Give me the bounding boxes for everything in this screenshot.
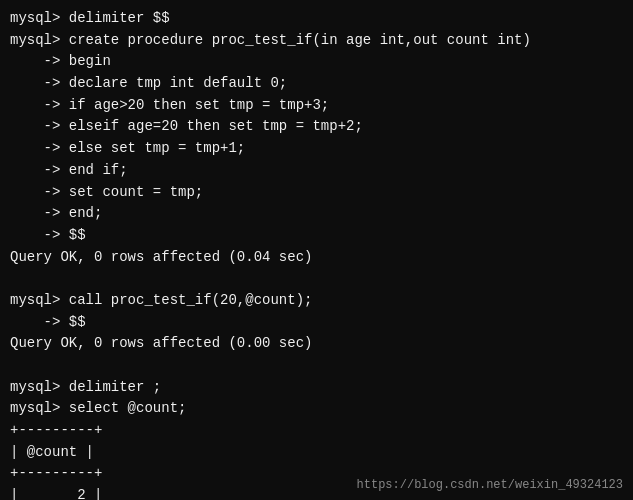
empty-line-1 xyxy=(10,268,623,290)
empty-line-2 xyxy=(10,355,623,377)
watermark: https://blog.csdn.net/weixin_49324123 xyxy=(357,478,623,492)
line-5: -> if age>20 then set tmp = tmp+3; xyxy=(10,95,623,117)
line-7: -> else set tmp = tmp+1; xyxy=(10,138,623,160)
line-6: -> elseif age=20 then set tmp = tmp+2; xyxy=(10,116,623,138)
line-10: -> end; xyxy=(10,203,623,225)
line-14: -> $$ xyxy=(10,312,623,334)
line-12: Query OK, 0 rows affected (0.04 sec) xyxy=(10,247,623,269)
line-17: mysql> select @count; xyxy=(10,398,623,420)
line-1: mysql> delimiter $$ xyxy=(10,8,623,30)
line-19: | @count | xyxy=(10,442,623,464)
line-2: mysql> create procedure proc_test_if(in … xyxy=(10,30,623,52)
line-4: -> declare tmp int default 0; xyxy=(10,73,623,95)
terminal-window: mysql> delimiter $$ mysql> create proced… xyxy=(0,0,633,500)
line-11: -> $$ xyxy=(10,225,623,247)
line-15: Query OK, 0 rows affected (0.00 sec) xyxy=(10,333,623,355)
line-9: -> set count = tmp; xyxy=(10,182,623,204)
line-18: +---------+ xyxy=(10,420,623,442)
line-13: mysql> call proc_test_if(20,@count); xyxy=(10,290,623,312)
line-16: mysql> delimiter ; xyxy=(10,377,623,399)
line-3: -> begin xyxy=(10,51,623,73)
terminal-output: mysql> delimiter $$ mysql> create proced… xyxy=(10,8,623,500)
line-8: -> end if; xyxy=(10,160,623,182)
